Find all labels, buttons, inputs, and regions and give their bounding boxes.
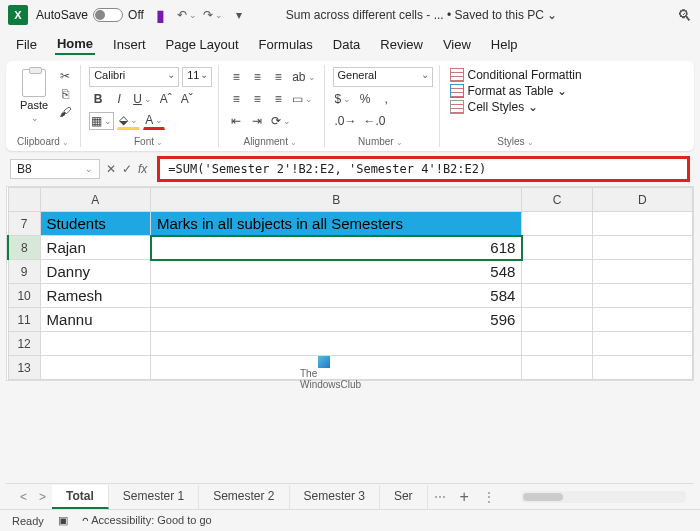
cell[interactable] — [522, 236, 592, 260]
shrink-font-button[interactable]: Aˇ — [178, 90, 196, 108]
cancel-formula-icon[interactable]: ✕ — [106, 162, 116, 176]
cell[interactable] — [592, 356, 692, 380]
cell[interactable]: 584 — [151, 284, 522, 308]
cell[interactable] — [522, 356, 592, 380]
row-header[interactable]: 12 — [8, 332, 40, 356]
cell[interactable] — [522, 260, 592, 284]
percent-button[interactable]: % — [356, 90, 374, 108]
format-painter-icon[interactable]: 🖌 — [56, 103, 74, 121]
menu-data[interactable]: Data — [331, 35, 362, 54]
conditional-formatting-button[interactable]: Conditional Formattin — [448, 67, 588, 83]
align-top-icon[interactable]: ≡ — [227, 68, 245, 86]
decrease-decimal-button[interactable]: ←.0 — [362, 112, 388, 130]
cell[interactable] — [40, 332, 150, 356]
stats-icon[interactable]: ▣ — [58, 514, 68, 527]
spreadsheet-grid[interactable]: ABCD 7StudentsMarks in all subjects in a… — [7, 187, 693, 380]
grow-font-button[interactable]: Aˆ — [157, 90, 175, 108]
sheet-tab-semester-2[interactable]: Semester 2 — [199, 485, 289, 509]
cell[interactable]: Rajan — [40, 236, 150, 260]
sheet-tab-total[interactable]: Total — [52, 485, 109, 509]
indent-right-icon[interactable]: ⇥ — [248, 112, 266, 130]
cell[interactable] — [592, 332, 692, 356]
col-header-D[interactable]: D — [592, 188, 692, 212]
cell[interactable]: 548 — [151, 260, 522, 284]
cell[interactable] — [522, 332, 592, 356]
qat-dropdown-icon[interactable]: ▾ — [230, 6, 248, 24]
cell[interactable] — [592, 260, 692, 284]
col-header-B[interactable]: B — [151, 188, 522, 212]
indent-left-icon[interactable]: ⇤ — [227, 112, 245, 130]
increase-decimal-button[interactable]: .0→ — [333, 112, 359, 130]
cell[interactable] — [40, 356, 150, 380]
col-header-A[interactable]: A — [40, 188, 150, 212]
cell[interactable]: Danny — [40, 260, 150, 284]
undo-icon[interactable]: ↶⌄ — [178, 6, 196, 24]
cell-styles-button[interactable]: Cell Styles ⌄ — [448, 99, 588, 115]
bold-button[interactable]: B — [89, 90, 107, 108]
cell[interactable]: Students — [40, 212, 150, 236]
tab-next-icon[interactable]: > — [33, 490, 52, 504]
menu-review[interactable]: Review — [378, 35, 425, 54]
menu-page-layout[interactable]: Page Layout — [164, 35, 241, 54]
row-header[interactable]: 9 — [8, 260, 40, 284]
border-button[interactable]: ▦⌄ — [89, 112, 114, 130]
font-size-select[interactable]: 11 — [182, 67, 212, 87]
enter-formula-icon[interactable]: ✓ — [122, 162, 132, 176]
cell[interactable] — [522, 308, 592, 332]
font-name-select[interactable]: Calibri — [89, 67, 179, 87]
col-header-C[interactable]: C — [522, 188, 592, 212]
formula-bar[interactable]: =SUM('Semester 2'!B2:E2, 'Semester 4'!B2… — [157, 156, 690, 182]
cell[interactable]: 596 — [151, 308, 522, 332]
menu-formulas[interactable]: Formulas — [257, 35, 315, 54]
sheet-tab-ser[interactable]: Ser — [380, 485, 428, 509]
horizontal-scrollbar[interactable] — [521, 491, 686, 503]
cell[interactable] — [592, 308, 692, 332]
sheet-tab-semester-1[interactable]: Semester 1 — [109, 485, 199, 509]
autosave-toggle[interactable] — [93, 8, 123, 22]
cut-icon[interactable]: ✂ — [56, 67, 74, 85]
tab-prev-icon[interactable]: < — [14, 490, 33, 504]
fx-icon[interactable]: fx — [138, 162, 147, 176]
tab-options-icon[interactable]: ⋮ — [477, 490, 501, 504]
cell[interactable] — [592, 212, 692, 236]
cell[interactable] — [522, 284, 592, 308]
align-right-icon[interactable]: ≡ — [269, 90, 287, 108]
name-box[interactable]: B8⌄ — [10, 159, 100, 179]
accessibility-status[interactable]: ᴖ Accessibility: Good to go — [82, 514, 212, 527]
row-header[interactable]: 11 — [8, 308, 40, 332]
cell[interactable]: Ramesh — [40, 284, 150, 308]
italic-button[interactable]: I — [110, 90, 128, 108]
orientation-icon[interactable]: ⟳⌄ — [269, 112, 293, 130]
wrap-text-icon[interactable]: ab⌄ — [290, 68, 317, 86]
row-header[interactable]: 8 — [8, 236, 40, 260]
cell[interactable]: Mannu — [40, 308, 150, 332]
underline-button[interactable]: U⌄ — [131, 90, 154, 108]
new-sheet-button[interactable]: + — [452, 488, 477, 506]
cell[interactable]: Marks in all subjects in all Semesters — [151, 212, 522, 236]
align-left-icon[interactable]: ≡ — [227, 90, 245, 108]
align-bottom-icon[interactable]: ≡ — [269, 68, 287, 86]
menu-view[interactable]: View — [441, 35, 473, 54]
row-header[interactable]: 13 — [8, 356, 40, 380]
menu-home[interactable]: Home — [55, 34, 95, 55]
merge-icon[interactable]: ▭⌄ — [290, 90, 315, 108]
menu-help[interactable]: Help — [489, 35, 520, 54]
paste-button[interactable]: Paste ⌄ — [16, 67, 52, 125]
copy-icon[interactable]: ⎘ — [56, 85, 74, 103]
fill-color-button[interactable]: ⬙⌄ — [117, 112, 140, 130]
search-icon[interactable]: 🔍︎ — [677, 7, 692, 24]
redo-icon[interactable]: ↷⌄ — [204, 6, 222, 24]
align-center-icon[interactable]: ≡ — [248, 90, 266, 108]
cell[interactable] — [592, 236, 692, 260]
row-header[interactable]: 7 — [8, 212, 40, 236]
save-icon[interactable]: ▮ — [152, 6, 170, 24]
align-middle-icon[interactable]: ≡ — [248, 68, 266, 86]
format-as-table-button[interactable]: Format as Table ⌄ — [448, 83, 588, 99]
sheet-tab-semester-3[interactable]: Semester 3 — [290, 485, 380, 509]
comma-button[interactable]: , — [377, 90, 395, 108]
menu-file[interactable]: File — [14, 35, 39, 54]
currency-button[interactable]: $⌄ — [333, 90, 354, 108]
select-all-corner[interactable] — [8, 188, 40, 212]
row-header[interactable]: 10 — [8, 284, 40, 308]
menu-insert[interactable]: Insert — [111, 35, 148, 54]
